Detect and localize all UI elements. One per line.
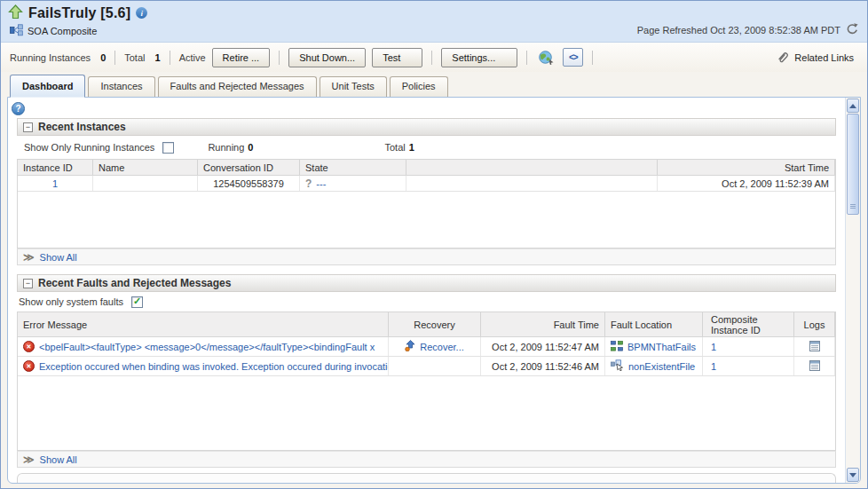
- up-navigation-icon[interactable]: [8, 4, 23, 21]
- col-error-message[interactable]: Error Message: [18, 312, 389, 336]
- scroll-down-icon[interactable]: [847, 468, 859, 482]
- recover-link[interactable]: Recover...: [420, 342, 464, 352]
- running-count-label: Running: [208, 142, 244, 153]
- table-header-row: Error Message Recovery Fault Time Fault …: [18, 312, 835, 337]
- active-status-label: Active: [179, 52, 206, 63]
- table-row[interactable]: 1 1254509558379 ? --- Oct 2, 2009 11:52:…: [18, 176, 835, 192]
- error-icon: [23, 341, 35, 352]
- tab-instances[interactable]: Instances: [88, 76, 154, 97]
- composite-instance-id-link[interactable]: 1: [711, 342, 716, 352]
- separator: [114, 51, 115, 65]
- recent-faults-section: Recent Faults and Rejected Messages Show…: [17, 274, 836, 468]
- recent-faults-table: Error Message Recovery Fault Time Fault …: [17, 312, 836, 451]
- tab-policies[interactable]: Policies: [390, 76, 448, 97]
- scrollbar-track[interactable]: [846, 215, 860, 467]
- error-icon: [23, 360, 35, 372]
- faults-show-all-link[interactable]: Show All: [40, 454, 77, 465]
- show-only-running-checkbox[interactable]: [162, 142, 174, 154]
- context-menu-label[interactable]: SOA Composite: [28, 26, 97, 36]
- xml-source-icon[interactable]: [563, 48, 583, 67]
- col-start-time[interactable]: Start Time: [658, 160, 835, 175]
- next-section-stub: [17, 473, 836, 483]
- soa-composite-home-page: FailsTruly [5.6] SOA Composite Page Refr…: [0, 0, 868, 489]
- page-refreshed-text: Page Refreshed Oct 23, 2009 8:52:38 AM P…: [637, 25, 840, 35]
- separator: [592, 51, 593, 65]
- fault-time-cell: Oct 2, 2009 11:52:46 AM: [481, 357, 605, 375]
- section-title: Recent Faults and Rejected Messages: [38, 277, 231, 289]
- show-only-running-label: Show Only Running Instances: [24, 142, 154, 153]
- fault-time-cell: Oct 2, 2009 11:52:47 AM: [481, 337, 605, 356]
- related-links-menu[interactable]: Related Links: [777, 51, 864, 65]
- related-links-label: Related Links: [794, 52, 854, 63]
- instances-show-all-link[interactable]: Show All: [40, 252, 77, 263]
- page-header: FailsTruly [5.6] SOA Composite Page Refr…: [1, 1, 867, 43]
- error-message-link[interactable]: Exception occured when binding was invok…: [39, 361, 389, 372]
- test-endpoint-globe-icon[interactable]: [536, 48, 556, 67]
- help-icon[interactable]: [12, 102, 25, 115]
- shut-down-button[interactable]: Shut Down...: [288, 48, 366, 67]
- show-all-icon: [23, 455, 35, 464]
- reference-file-icon: [611, 359, 624, 373]
- recent-faults-header[interactable]: Recent Faults and Rejected Messages: [17, 274, 836, 292]
- col-fault-time[interactable]: Fault Time: [481, 312, 605, 336]
- col-fault-location[interactable]: Fault Location: [605, 312, 703, 336]
- col-spacer: [406, 160, 658, 175]
- collapse-icon[interactable]: [23, 122, 33, 132]
- refresh-icon[interactable]: [846, 23, 858, 36]
- col-conversation-id[interactable]: Conversation ID: [198, 160, 300, 175]
- running-instances-value: 0: [100, 52, 106, 63]
- col-composite-instance-id[interactable]: Composite Instance ID: [703, 312, 794, 336]
- system-faults-checkbox[interactable]: [131, 296, 143, 308]
- settings-button[interactable]: Settings...: [441, 48, 517, 67]
- instances-show-all-bar: Show All: [17, 248, 836, 265]
- recent-instances-table: Instance ID Name Conversation ID State S…: [17, 159, 836, 248]
- running-instances-label: Running Instances: [10, 52, 91, 63]
- state-link[interactable]: ---: [316, 178, 326, 189]
- recovery-cell-empty: [389, 357, 481, 375]
- composite-toolbar: Running Instances 0 Total 1 Active Retir…: [1, 43, 867, 72]
- conversation-id-cell: 1254509558379: [198, 176, 300, 191]
- col-instance-id[interactable]: Instance ID: [18, 160, 93, 175]
- instance-name-cell: [93, 176, 198, 191]
- scrollbar-thumb[interactable]: [847, 114, 859, 215]
- col-name[interactable]: Name: [93, 160, 198, 175]
- error-message-link[interactable]: <bpelFault><faultType> <message>0</messa…: [39, 342, 375, 352]
- test-button[interactable]: Test: [372, 48, 422, 67]
- recent-instances-section: Recent Instances Show Only Running Insta…: [17, 118, 836, 265]
- soa-composite-icon: [10, 24, 23, 38]
- unknown-state-icon: ?: [305, 177, 312, 190]
- scroll-up-icon[interactable]: [847, 99, 859, 113]
- separator: [526, 51, 527, 65]
- spacer-cell: [406, 176, 658, 191]
- fault-location-link[interactable]: nonExistentFile: [628, 361, 695, 372]
- tab-faults-and-rejected-messages[interactable]: Faults and Rejected Messages: [158, 76, 317, 97]
- tab-dashboard[interactable]: Dashboard: [10, 75, 85, 98]
- show-all-icon: [23, 253, 35, 262]
- tab-unit-tests[interactable]: Unit Tests: [320, 76, 387, 97]
- paperclip-icon: [777, 51, 790, 65]
- retire-button[interactable]: Retire ...: [212, 48, 271, 67]
- table-row[interactable]: Exception occured when binding was invok…: [18, 357, 835, 376]
- page-title: FailsTruly [5.6]: [28, 5, 130, 21]
- col-recovery[interactable]: Recovery: [389, 312, 481, 336]
- separator: [170, 51, 170, 65]
- table-empty-area: [18, 192, 835, 248]
- info-icon[interactable]: [136, 7, 147, 19]
- separator: [279, 51, 280, 65]
- log-icon[interactable]: [809, 360, 820, 373]
- col-state[interactable]: State: [300, 160, 406, 175]
- start-time-cell: Oct 2, 2009 11:52:39 AM: [658, 176, 835, 191]
- recent-instances-header[interactable]: Recent Instances: [17, 118, 836, 136]
- vertical-scrollbar[interactable]: [845, 98, 860, 483]
- bpmn-component-icon: [611, 341, 623, 353]
- fault-location-link[interactable]: BPMNThatFails: [627, 342, 696, 352]
- table-row[interactable]: <bpelFault><faultType> <message>0</messa…: [18, 337, 835, 357]
- faults-show-all-bar: Show All: [17, 451, 836, 468]
- recover-icon: [405, 340, 415, 353]
- total-count-label: Total: [384, 142, 405, 153]
- collapse-icon[interactable]: [23, 279, 33, 288]
- composite-instance-id-link[interactable]: 1: [711, 361, 716, 372]
- log-icon[interactable]: [809, 341, 820, 353]
- col-logs[interactable]: Logs: [794, 312, 835, 336]
- instance-id-link[interactable]: 1: [52, 178, 58, 189]
